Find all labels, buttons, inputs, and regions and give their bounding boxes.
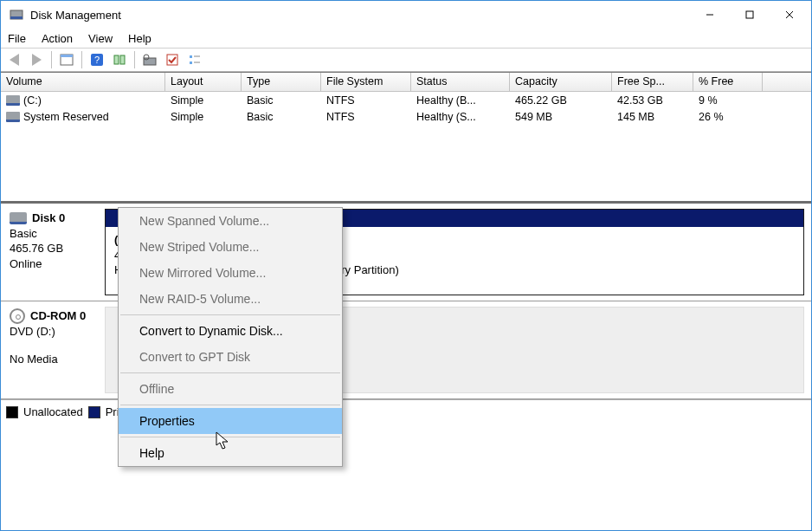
col-capacity[interactable]: Capacity <box>510 73 612 91</box>
menu-help[interactable]: Help <box>128 32 151 45</box>
svg-rect-10 <box>114 55 119 64</box>
minimize-button[interactable] <box>690 2 730 28</box>
help-icon-button[interactable]: ? <box>87 50 106 69</box>
svg-text:?: ? <box>94 55 100 65</box>
arrow-left-icon <box>10 54 19 66</box>
disk-info: Disk 0 Basic 465.76 GB Online <box>1 204 105 301</box>
context-menu-item: New Striped Volume... <box>119 234 342 260</box>
volume-list-pane: Volume Layout Type File System Status Ca… <box>1 72 811 201</box>
col-type[interactable]: Type <box>242 73 321 91</box>
mouse-cursor-icon <box>216 431 231 450</box>
volume-row[interactable]: System Reserved Simple Basic NTFS Health… <box>1 108 811 125</box>
window-controls <box>690 2 809 28</box>
disk-type: DVD (D:) <box>10 324 96 340</box>
col-pctfree[interactable]: % Free <box>693 73 763 91</box>
volume-pctfree: 9 % <box>693 94 763 107</box>
col-layout[interactable]: Layout <box>165 73 242 91</box>
volume-status: Healthy (B... <box>411 94 510 107</box>
drive-icon <box>6 95 20 106</box>
volume-type: Basic <box>242 110 321 124</box>
svg-rect-1 <box>10 16 23 19</box>
legend-label-unallocated: Unallocated <box>23 405 83 418</box>
context-menu-item: New RAID-5 Volume... <box>119 286 342 312</box>
drive-icon <box>6 112 20 122</box>
disk-icon <box>10 212 27 224</box>
back-button[interactable] <box>4 50 23 69</box>
volume-free: 145 MB <box>612 110 693 124</box>
app-icon <box>10 8 23 22</box>
volume-free: 42.53 GB <box>612 94 693 107</box>
volume-capacity: 549 MB <box>510 110 612 124</box>
close-button[interactable] <box>770 2 809 28</box>
arrow-right-icon <box>32 54 42 66</box>
disk-name-label: CD-ROM 0 <box>30 308 86 324</box>
col-free[interactable]: Free Sp... <box>612 73 693 91</box>
context-menu-item: New Spanned Volume... <box>119 208 342 234</box>
svg-rect-3 <box>746 11 753 18</box>
volume-name: System Reserved <box>23 111 109 123</box>
context-menu: New Spanned Volume...New Striped Volume.… <box>118 207 343 467</box>
menubar: File Action View Help <box>1 29 811 48</box>
disk-size: 465.76 GB <box>10 241 96 256</box>
titlebar: Disk Management <box>1 1 811 29</box>
cdrom-icon <box>10 308 25 324</box>
svg-rect-12 <box>144 58 156 65</box>
col-status[interactable]: Status <box>411 73 510 91</box>
disk-type: Basic <box>10 226 96 242</box>
toolbar: ? <box>1 48 811 72</box>
volume-status: Healthy (S... <box>411 110 510 124</box>
disk-status: Online <box>10 256 96 272</box>
svg-rect-14 <box>167 55 177 65</box>
svg-rect-16 <box>190 62 192 64</box>
window-title: Disk Management <box>30 9 690 22</box>
volume-fs: NTFS <box>321 94 411 107</box>
disk-info: CD-ROM 0 DVD (D:) No Media <box>1 301 105 398</box>
svg-rect-11 <box>120 55 125 64</box>
volume-layout: Simple <box>165 94 242 107</box>
volume-layout: Simple <box>165 110 242 124</box>
list-button[interactable] <box>185 50 204 69</box>
col-volume[interactable]: Volume <box>1 73 165 91</box>
volume-type: Basic <box>242 94 321 107</box>
refresh-button[interactable] <box>110 50 129 69</box>
forward-button[interactable] <box>27 50 46 69</box>
action-button[interactable] <box>163 50 182 69</box>
svg-rect-7 <box>61 55 73 57</box>
settings-button[interactable] <box>140 50 159 69</box>
context-menu-item[interactable]: Properties <box>119 408 342 434</box>
legend-swatch-primary <box>88 406 100 418</box>
context-menu-item: New Mirrored Volume... <box>119 260 342 286</box>
menu-action[interactable]: Action <box>42 32 73 45</box>
menu-view[interactable]: View <box>88 32 113 45</box>
legend-swatch-unallocated <box>6 406 18 418</box>
context-menu-item: Offline <box>119 376 342 402</box>
volume-pctfree: 26 % <box>693 110 763 124</box>
volume-name: (C:) <box>23 94 42 107</box>
volume-row[interactable]: (C:) Simple Basic NTFS Healthy (B... 465… <box>1 92 811 108</box>
maximize-button[interactable] <box>730 2 770 28</box>
menu-file[interactable]: File <box>8 32 26 45</box>
context-menu-item: Convert to GPT Disk <box>119 344 342 370</box>
svg-rect-15 <box>190 55 192 58</box>
disk-status: No Media <box>10 352 96 367</box>
show-hide-console-tree-button[interactable] <box>57 50 76 69</box>
col-filesystem[interactable]: File System <box>321 73 411 91</box>
volume-capacity: 465.22 GB <box>510 94 612 107</box>
volume-fs: NTFS <box>321 110 411 124</box>
context-menu-item[interactable]: Convert to Dynamic Disk... <box>119 318 342 344</box>
disk-name-label: Disk 0 <box>32 210 65 226</box>
volume-list-header: Volume Layout Type File System Status Ca… <box>1 73 811 92</box>
